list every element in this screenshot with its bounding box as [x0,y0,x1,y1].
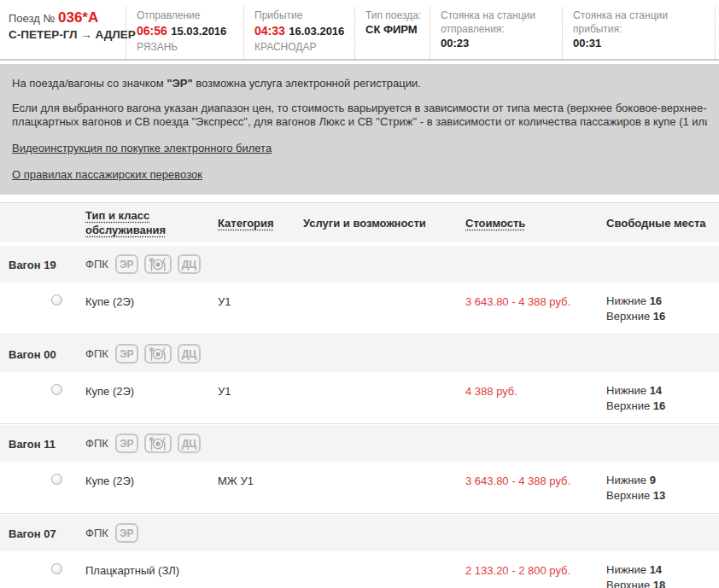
arrival-time: 04:33 [254,24,285,38]
column-free-seats: Свободные места [606,217,706,230]
wagon-class-row: Купе (2Э)У13 643.80 - 4 388 руб.Нижние 1… [0,282,719,335]
wagon-class-row: Купе (2Э)У14 388 руб.Нижние 14Верхние 16 [0,372,719,424]
price-value: 3 643.80 - 4 388 руб. [465,295,570,308]
carrier-label: ФПК [85,527,108,539]
wagon-badges: ЭР [115,523,138,543]
electronic-registration-badge: ЭР [115,344,138,364]
category-value: МЖ У1 [218,474,254,487]
column-category[interactable]: Категория [218,217,274,230]
category-value: У1 [218,295,231,308]
wagon-badges: ЭРДЦ [115,344,201,364]
price-value: 4 388 руб. [465,385,517,398]
seat-count-line: Нижние 16 [606,294,719,309]
stop-departure-value: 00:23 [441,36,557,51]
free-seats-cell: Нижние 14Верхние 18Нижние боковые 9Верхн… [606,562,719,588]
wagon-badges: ЭРДЦ [115,434,201,453]
stop-arrival-label: Стоянка на станции прибытия: [573,9,710,36]
electronic-registration-badge: ЭР [115,254,138,274]
dining-icon [144,344,172,364]
price-range-notice: Если для выбранного вагона указан диапаз… [12,102,707,129]
stop-departure-block: Стоянка на станции отправления: 00:23 [430,7,563,59]
electronic-registration-badge: ЭР [115,434,138,453]
dining-icon [144,434,172,453]
wagon-header-row: Вагон 19ФПКЭРДЦ [0,246,719,282]
departure-date: 15.03.2016 [171,25,226,38]
train-type-value: СК ФИРМ [365,22,424,38]
carrier-label: ФПК [85,437,108,450]
er-notice-suffix: возможна услуга электронной регистрации. [193,77,421,90]
price-notice-line1: Если для выбранного вагона указан диапаз… [12,102,707,115]
arrival-label: Прибытие [254,9,349,22]
seat-count-line: Верхние 18 [606,578,719,588]
er-notice-badge-text: "ЭР" [167,77,192,90]
carrier-label: ФПК [85,258,108,271]
departure-time: 06:56 [137,24,167,38]
service-class: Плацкартный (ЗЛ) [85,564,179,577]
seat-count-line: Нижние 14 [606,562,719,578]
departure-block: Отправление 06:56 15.03.2016 РЯЗАНЬ [126,7,244,59]
column-price[interactable]: Стоимость [465,217,525,230]
er-notice-prefix: На поезда/вагоны со значком [12,77,167,90]
passenger-rules-link[interactable]: О правилах пассажирских перевозок [12,168,202,181]
seat-class-radio[interactable] [51,294,62,306]
departure-label: Отправление [137,9,238,22]
seat-class-radio[interactable] [51,474,62,485]
seat-count-line: Верхние 16 [606,309,719,324]
arrival-date: 16.03.2016 [289,25,344,38]
column-type-class[interactable]: Тип и класс обслуживания [85,208,186,237]
wagon-header-row: Вагон 07ФПКЭР [0,515,719,551]
free-seats-cell: Нижние 9Верхние 13 [606,473,719,504]
column-services: Услуги и возможности [303,217,426,230]
seat-count-line: Нижние 14 [606,383,719,399]
service-class: Купе (2Э) [85,295,134,308]
wagon-class-row: Плацкартный (ЗЛ)2 133.20 - 2 800 руб.Ниж… [0,551,719,588]
wagon-name: Вагон 11 [9,438,56,451]
seat-class-radio[interactable] [51,384,62,395]
video-instruction-link[interactable]: Видеоинструкция по покупке электронного … [12,142,272,154]
dynamic-pricing-badge: ДЦ [178,434,201,453]
wagon-table: Тип и класс обслуживания Категория Услуг… [0,202,719,588]
table-header-row: Тип и класс обслуживания Категория Услуг… [0,202,719,245]
train-type-label: Тип поезда: [365,9,424,22]
train-number: 036*А [58,9,98,26]
dynamic-pricing-badge: ДЦ [178,254,201,274]
notice-box: На поезда/вагоны со значком "ЭР" возможн… [0,64,719,195]
stop-departure-label: Стоянка на станции отправления: [441,9,557,36]
seat-count-line: Верхние 13 [606,488,719,504]
train-info-header: Поезд № 036*А С-ПЕТЕР-ГЛ → АДЛЕР Отправл… [0,0,719,61]
dynamic-pricing-badge: ДЦ [178,344,201,364]
seat-count-line: Верхние 16 [606,399,719,414]
wagon-name: Вагон 00 [9,348,56,361]
price-notice-line2: плацкартных вагонов и СВ поезда "Экспрес… [12,115,707,129]
price-value: 3 643.80 - 4 388 руб. [465,474,570,487]
arrival-station: КРАСНОДАР [254,40,349,54]
carrier-label: ФПК [85,347,108,360]
service-class: Купе (2Э) [85,474,134,487]
stop-arrival-value: 00:31 [573,36,710,51]
wagon-header-row: Вагон 00ФПКЭРДЦ [0,335,719,372]
train-type-block: Тип поезда: СК ФИРМ [355,7,430,59]
dining-icon [144,254,172,274]
price-value: 2 133.20 - 2 800 руб. [465,564,570,577]
train-number-block: Поезд № 036*А С-ПЕТЕР-ГЛ → АДЛЕР [0,7,126,59]
wagon-section: Вагон 07ФПКЭРПлацкартный (ЗЛ)2 133.20 - … [0,515,719,588]
wagon-name: Вагон 19 [9,259,56,271]
wagon-list: Вагон 19ФПКЭРДЦКупе (2Э)У13 643.80 - 4 3… [0,246,719,588]
train-route: С-ПЕТЕР-ГЛ → АДЛЕР [9,28,120,41]
electronic-registration-badge: ЭР [115,523,138,543]
wagon-class-row: Купе (2Э)МЖ У13 643.80 - 4 388 руб.Нижни… [0,462,719,514]
category-value: У1 [218,385,231,398]
free-seats-cell: Нижние 14Верхние 16 [606,383,719,414]
wagon-name: Вагон 07 [9,527,56,540]
free-seats-cell: Нижние 16Верхние 16 [606,294,719,324]
seat-class-radio[interactable] [51,563,62,574]
departure-station: РЯЗАНЬ [137,40,238,54]
service-class: Купе (2Э) [85,385,134,398]
wagon-badges: ЭРДЦ [115,254,201,274]
wagon-section: Вагон 00ФПКЭРДЦКупе (2Э)У14 388 руб.Нижн… [0,335,719,424]
stop-arrival-block: Стоянка на станции прибытия: 00:31 [563,7,716,59]
wagon-section: Вагон 19ФПКЭРДЦКупе (2Э)У13 643.80 - 4 3… [0,246,719,335]
seat-count-line: Нижние 9 [606,473,719,488]
train-number-label: Поезд № [9,12,55,25]
wagon-section: Вагон 11ФПКЭРДЦКупе (2Э)МЖ У13 643.80 - … [0,425,719,514]
